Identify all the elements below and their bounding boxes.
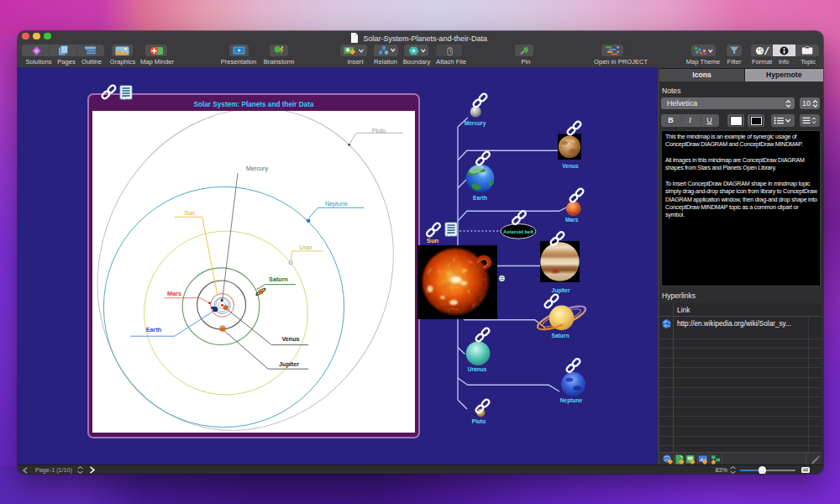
- svg-text:Sun: Sun: [184, 209, 195, 217]
- svg-text:Mercury: Mercury: [246, 165, 268, 172]
- svg-text:Pluto: Pluto: [372, 127, 386, 134]
- svg-text:Jupiter: Jupiter: [279, 360, 299, 368]
- svg-text:Mars: Mars: [565, 217, 579, 223]
- svg-text:Jupiter: Jupiter: [552, 287, 570, 294]
- svg-text:Saturn: Saturn: [269, 276, 288, 283]
- svg-text:Asteroid belt: Asteroid belt: [503, 229, 533, 234]
- svg-text:Pluto: Pluto: [472, 418, 486, 424]
- svg-text:Mars: Mars: [167, 290, 181, 297]
- svg-text:Venus: Venus: [281, 335, 299, 343]
- svg-text:Saturn: Saturn: [552, 333, 570, 339]
- svg-text:Solar System: Planets and thei: Solar System: Planets and their Data: [194, 101, 314, 108]
- svg-text:Venus: Venus: [562, 163, 579, 169]
- svg-text:Earth: Earth: [146, 326, 161, 333]
- svg-text:Neptune: Neptune: [560, 397, 583, 404]
- svg-text:Earth: Earth: [473, 195, 487, 201]
- svg-text:Uran: Uran: [299, 244, 312, 251]
- svg-text:Uranus: Uranus: [468, 366, 487, 372]
- svg-text:Mercury: Mercury: [465, 120, 486, 127]
- svg-text:Sun: Sun: [427, 237, 439, 244]
- svg-text:Neptune: Neptune: [325, 200, 348, 207]
